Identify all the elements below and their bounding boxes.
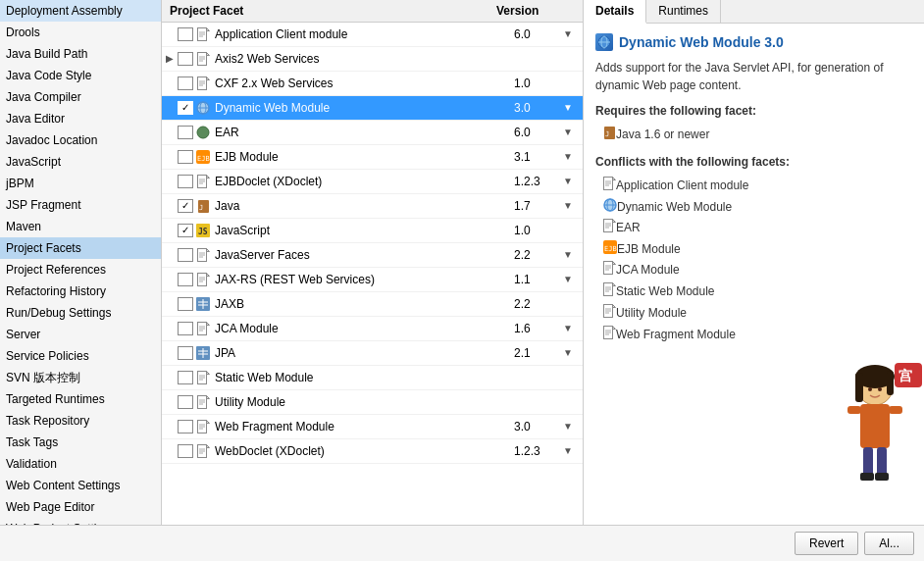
sidebar-item-java-editor[interactable]: Java Editor bbox=[0, 108, 161, 129]
facet-row[interactable]: ▶Axis2 Web Services bbox=[162, 47, 583, 72]
details-module-title: Dynamic Web Module 3.0 bbox=[619, 34, 784, 50]
facet-checkbox[interactable] bbox=[178, 371, 193, 384]
facet-dropdown-arrow[interactable]: ▼ bbox=[563, 245, 579, 265]
facet-checkbox[interactable] bbox=[178, 199, 193, 213]
sidebar-item-project-references[interactable]: Project References bbox=[0, 259, 161, 280]
sidebar-item-maven[interactable]: Maven bbox=[0, 216, 161, 237]
sidebar-item-task-repository[interactable]: Task Repository bbox=[0, 410, 161, 432]
facet-row[interactable]: WebDoclet (XDoclet)1.2.3▼ bbox=[162, 439, 583, 464]
facet-checkbox[interactable] bbox=[178, 76, 193, 90]
apply-button[interactable]: Al... bbox=[864, 532, 914, 555]
facet-row[interactable]: JavaServer Faces2.2▼ bbox=[162, 243, 583, 268]
sidebar-item-drools[interactable]: Drools bbox=[0, 22, 161, 43]
facet-checkbox[interactable] bbox=[178, 27, 193, 41]
facet-row-name: CXF 2.x Web Services bbox=[215, 74, 514, 93]
facet-dropdown-arrow[interactable]: ▼ bbox=[563, 343, 579, 363]
sidebar-item-javadoc-location[interactable]: Javadoc Location bbox=[0, 129, 161, 151]
sidebar-item-server[interactable]: Server bbox=[0, 324, 161, 345]
page-icon bbox=[603, 326, 616, 343]
facet-row[interactable]: EAR6.0▼ bbox=[162, 121, 583, 145]
facet-row-name: EAR bbox=[215, 123, 514, 142]
sidebar-item-jbpm[interactable]: jBPM bbox=[0, 173, 161, 194]
facet-checkbox[interactable] bbox=[178, 248, 193, 262]
facet-checkbox[interactable] bbox=[178, 420, 193, 434]
page-icon bbox=[603, 219, 616, 236]
facet-checkbox[interactable] bbox=[178, 101, 193, 115]
facet-row-version: 1.7 bbox=[514, 196, 563, 216]
ejb-icon: EJB bbox=[195, 149, 211, 165]
facet-row[interactable]: JAX-RS (REST Web Services)1.1▼ bbox=[162, 268, 583, 292]
facet-row-name: JCA Module bbox=[215, 319, 514, 338]
sidebar-item-javascript[interactable]: JavaScript bbox=[0, 151, 161, 173]
facet-checkbox[interactable] bbox=[178, 322, 193, 335]
facet-row[interactable]: JSJavaScript1.0 bbox=[162, 219, 583, 243]
facet-row[interactable]: Static Web Module bbox=[162, 366, 583, 390]
facet-row[interactable]: Utility Module bbox=[162, 390, 583, 415]
conflict-item: Utility Module bbox=[595, 302, 912, 324]
facet-row-name: Utility Module bbox=[215, 392, 514, 412]
facet-dropdown-arrow[interactable]: ▼ bbox=[563, 270, 579, 289]
facet-checkbox[interactable] bbox=[178, 224, 193, 237]
sidebar-item-web-content-settings[interactable]: Web Content Settings bbox=[0, 475, 161, 496]
sidebar-item-validation[interactable]: Validation bbox=[0, 453, 161, 475]
facet-row[interactable]: Dynamic Web Module3.0▼ bbox=[162, 96, 583, 121]
facet-row-name: JPA bbox=[215, 343, 514, 363]
page-icon bbox=[603, 304, 616, 322]
sidebar-item-targeted-runtimes[interactable]: Targeted Runtimes bbox=[0, 388, 161, 410]
facet-dropdown-arrow[interactable]: ▼ bbox=[563, 441, 579, 461]
facet-checkbox[interactable] bbox=[178, 444, 193, 458]
facet-row[interactable]: Application Client module6.0▼ bbox=[162, 23, 583, 47]
facet-row[interactable]: Web Fragment Module3.0▼ bbox=[162, 415, 583, 439]
facet-dropdown-arrow[interactable]: ▼ bbox=[563, 123, 579, 142]
facet-dropdown-arrow[interactable]: ▼ bbox=[563, 172, 579, 191]
sidebar-item-project-facets[interactable]: Project Facets bbox=[0, 237, 161, 259]
facet-dropdown-arrow[interactable]: ▼ bbox=[563, 98, 579, 118]
facet-checkbox[interactable] bbox=[178, 52, 193, 66]
facet-row[interactable]: EJBEJB Module3.1▼ bbox=[162, 145, 583, 170]
sidebar-item-service-policies[interactable]: Service Policies bbox=[0, 345, 161, 367]
facet-dropdown-arrow[interactable]: ▼ bbox=[563, 147, 579, 167]
facet-row-version: 2.2 bbox=[514, 294, 563, 314]
sidebar-item-jsp-fragment[interactable]: JSP Fragment bbox=[0, 194, 161, 216]
sidebar-item-web-project-settings[interactable]: Web Project Settings bbox=[0, 518, 161, 525]
sidebar-item-task-tags[interactable]: Task Tags bbox=[0, 432, 161, 453]
facet-row[interactable]: JJava1.7▼ bbox=[162, 194, 583, 219]
details-description: Adds support for the Java Servlet API, f… bbox=[595, 59, 912, 94]
facet-checkbox[interactable] bbox=[178, 175, 193, 188]
sidebar-item-java-compiler[interactable]: Java Compiler bbox=[0, 86, 161, 108]
conflict-item-label: Utility Module bbox=[616, 306, 687, 320]
facet-dropdown-arrow[interactable]: ▼ bbox=[563, 25, 579, 44]
facet-row-name: WebDoclet (XDoclet) bbox=[215, 441, 514, 461]
page-icon bbox=[603, 177, 616, 194]
details-tab-details[interactable]: Details bbox=[584, 0, 646, 24]
facet-checkbox[interactable] bbox=[178, 126, 193, 139]
facet-dropdown-arrow[interactable]: ▼ bbox=[563, 196, 579, 216]
facet-checkbox[interactable] bbox=[178, 273, 193, 286]
page-icon bbox=[195, 321, 211, 336]
revert-button[interactable]: Revert bbox=[795, 532, 858, 555]
facet-row-version: 6.0 bbox=[514, 25, 563, 44]
details-tab-runtimes[interactable]: Runtimes bbox=[646, 0, 721, 23]
sidebar-item-java-code-style[interactable]: Java Code Style bbox=[0, 65, 161, 86]
sidebar-item-deployment-assembly[interactable]: Deployment Assembly bbox=[0, 0, 161, 22]
facet-row-version: 1.0 bbox=[514, 74, 563, 93]
facet-row[interactable]: EJBDoclet (XDoclet)1.2.3▼ bbox=[162, 170, 583, 194]
facet-row[interactable]: JPA2.1▼ bbox=[162, 341, 583, 366]
facet-row-version: 1.0 bbox=[514, 221, 563, 240]
sidebar-item-refactoring-history[interactable]: Refactoring History bbox=[0, 280, 161, 302]
facet-row[interactable]: JAXB2.2 bbox=[162, 292, 583, 317]
facet-checkbox[interactable] bbox=[178, 150, 193, 164]
facet-dropdown-arrow[interactable]: ▼ bbox=[563, 417, 579, 436]
facet-checkbox[interactable] bbox=[178, 297, 193, 311]
sidebar-item-run-debug-settings[interactable]: Run/Debug Settings bbox=[0, 302, 161, 324]
sidebar-item-java-build-path[interactable]: Java Build Path bbox=[0, 43, 161, 65]
facet-dropdown-arrow[interactable]: ▼ bbox=[563, 319, 579, 338]
facet-row[interactable]: JCA Module1.6▼ bbox=[162, 317, 583, 341]
facet-checkbox[interactable] bbox=[178, 395, 193, 409]
facet-row[interactable]: CXF 2.x Web Services1.0 bbox=[162, 72, 583, 96]
facet-row-version: 1.2.3 bbox=[514, 172, 563, 191]
sidebar-item-svn-----[interactable]: SVN 版本控制 bbox=[0, 367, 161, 388]
facet-checkbox[interactable] bbox=[178, 346, 193, 360]
facet-row-version: 3.1 bbox=[514, 147, 563, 167]
sidebar-item-web-page-editor[interactable]: Web Page Editor bbox=[0, 496, 161, 518]
